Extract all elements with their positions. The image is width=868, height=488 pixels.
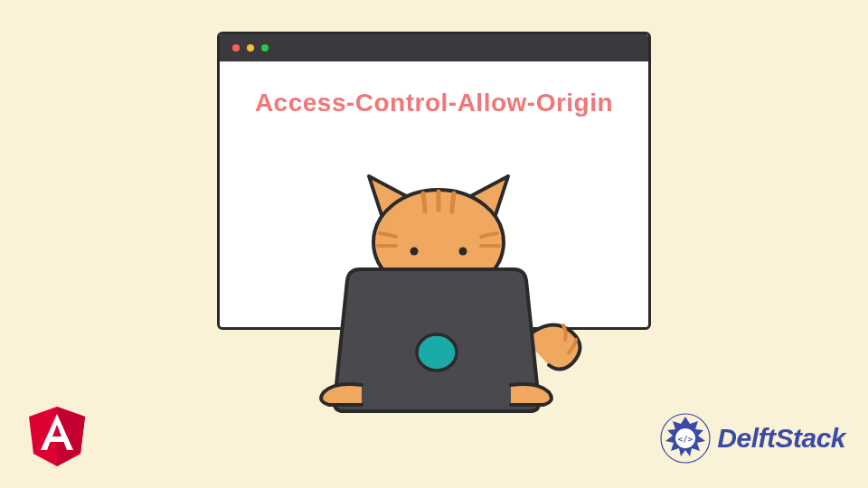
angular-logo-icon <box>25 405 89 468</box>
close-icon <box>232 44 240 52</box>
svg-point-2 <box>459 248 467 256</box>
delftstack-brand-text: DelftStack <box>717 423 845 454</box>
svg-point-1 <box>410 248 419 256</box>
minimize-icon <box>247 44 254 52</box>
delftstack-logo: </> DelftStack <box>659 412 845 465</box>
delftstack-emblem-icon: </> <box>659 412 712 465</box>
cat-paw-left-icon <box>316 381 366 408</box>
window-titlebar <box>220 34 648 61</box>
svg-text:</>: </> <box>678 435 693 444</box>
maximize-icon <box>261 44 269 52</box>
svg-point-3 <box>417 334 457 371</box>
cat-paw-right-icon <box>506 381 556 408</box>
header-title: Access-Control-Allow-Origin <box>220 89 648 117</box>
cat-illustration <box>316 172 561 425</box>
